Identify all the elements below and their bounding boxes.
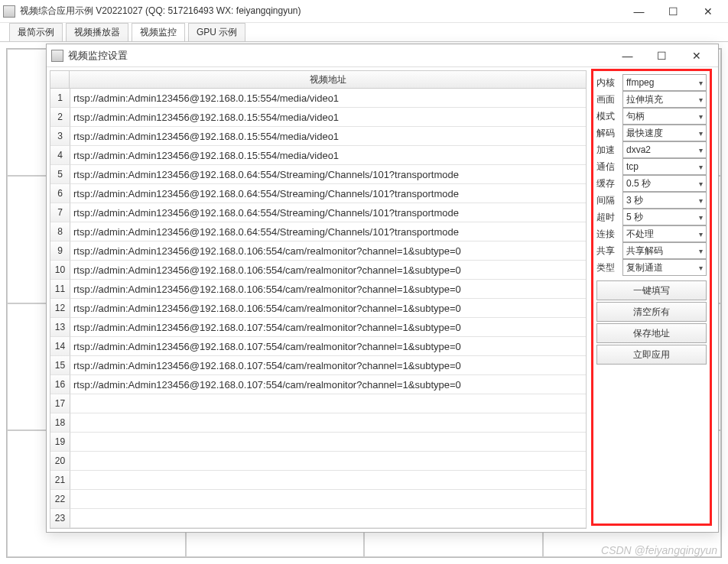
minimize-button[interactable]: — [622,1,656,22]
setting-combo-缓存[interactable]: 0.5 秒 [622,175,707,192]
table-row[interactable]: 22 [50,490,586,509]
url-cell[interactable]: rtsp://admin:Admin123456@192.168.0.64:55… [70,184,586,203]
table-row[interactable]: 1rtsp://admin:Admin123456@192.168.0.15:5… [50,89,586,108]
row-number[interactable]: 18 [50,413,70,433]
settings-dialog: 视频监控设置 — ☐ ✕ 视频地址 1rtsp://admin:Admin123… [46,44,719,533]
setting-combo-内核[interactable]: ffmpeg [622,74,707,91]
setting-combo-解码[interactable]: 最快速度 [622,125,707,141]
row-number[interactable]: 8 [50,222,70,241]
table-row[interactable]: 4rtsp://admin:Admin123456@192.168.0.15:5… [50,146,586,165]
table-row[interactable]: 10rtsp://admin:Admin123456@192.168.0.106… [50,261,586,280]
url-cell[interactable]: rtsp://admin:Admin123456@192.168.0.106:5… [70,241,586,261]
url-cell[interactable] [70,394,586,413]
table-row[interactable]: 17 [50,394,586,413]
url-cell[interactable] [70,509,586,528]
url-cell[interactable]: rtsp://admin:Admin123456@192.168.0.15:55… [70,108,586,127]
row-number[interactable]: 13 [50,318,70,337]
url-cell[interactable]: rtsp://admin:Admin123456@192.168.0.64:55… [70,222,586,241]
url-cell[interactable] [70,413,586,433]
url-cell[interactable]: rtsp://admin:Admin123456@192.168.0.15:55… [70,127,586,146]
table-row[interactable]: 21 [50,471,586,490]
tab-2[interactable]: 视频监控 [132,23,185,41]
tab-0[interactable]: 最简示例 [9,23,63,41]
table-row[interactable]: 9rtsp://admin:Admin123456@192.168.0.106:… [50,241,586,261]
setting-combo-通信[interactable]: tcp [622,158,707,175]
row-number[interactable]: 21 [50,471,70,490]
url-cell[interactable] [70,471,586,490]
table-row[interactable]: 7rtsp://admin:Admin123456@192.168.0.64:5… [50,203,586,222]
row-number[interactable]: 15 [50,356,70,375]
table-row[interactable]: 20 [50,452,586,471]
row-number[interactable]: 6 [50,184,70,203]
row-number[interactable]: 20 [50,452,70,471]
action-button-0[interactable]: 一键填写 [596,280,707,300]
url-cell[interactable]: rtsp://admin:Admin123456@192.168.0.15:55… [70,89,586,108]
row-number[interactable]: 7 [50,203,70,222]
row-number[interactable]: 4 [50,146,70,165]
table-row[interactable]: 11rtsp://admin:Admin123456@192.168.0.106… [50,280,586,299]
url-cell[interactable]: rtsp://admin:Admin123456@192.168.0.15:55… [70,146,586,165]
url-cell[interactable]: rtsp://admin:Admin123456@192.168.0.107:5… [70,318,586,337]
row-number[interactable]: 22 [50,490,70,509]
tab-1[interactable]: 视频播放器 [66,23,128,41]
row-number[interactable]: 5 [50,165,70,184]
tab-3[interactable]: GPU 示例 [188,23,245,41]
table-row[interactable]: 23 [50,509,586,528]
setting-row-2: 模式句柄 [596,108,707,125]
setting-combo-共享[interactable]: 共享解码 [622,242,707,259]
table-row[interactable]: 5rtsp://admin:Admin123456@192.168.0.64:5… [50,165,586,184]
url-cell[interactable] [70,433,586,452]
setting-combo-加速[interactable]: dxva2 [622,141,707,158]
url-cell[interactable]: rtsp://admin:Admin123456@192.168.0.64:55… [70,203,586,222]
url-cell[interactable]: rtsp://admin:Admin123456@192.168.0.64:55… [70,165,586,184]
url-cell[interactable]: rtsp://admin:Admin123456@192.168.0.107:5… [70,337,586,356]
row-number[interactable]: 16 [50,375,70,394]
table-row[interactable]: 13rtsp://admin:Admin123456@192.168.0.107… [50,318,586,337]
setting-combo-连接[interactable]: 不处理 [622,225,707,242]
setting-combo-模式[interactable]: 句柄 [622,108,707,125]
maximize-button[interactable]: ☐ [656,1,691,22]
row-number[interactable]: 17 [50,394,70,413]
action-button-3[interactable]: 立即应用 [596,345,707,365]
row-number[interactable]: 3 [50,127,70,146]
url-cell[interactable]: rtsp://admin:Admin123456@192.168.0.106:5… [70,261,586,280]
url-cell[interactable]: rtsp://admin:Admin123456@192.168.0.106:5… [70,299,586,318]
row-number[interactable]: 23 [50,509,70,528]
row-number[interactable]: 10 [50,261,70,280]
row-number[interactable]: 12 [50,299,70,318]
setting-combo-间隔[interactable]: 3 秒 [622,192,707,209]
url-cell[interactable] [70,490,586,509]
url-cell[interactable]: rtsp://admin:Admin123456@192.168.0.107:5… [70,375,586,394]
column-header-url[interactable]: 视频地址 [70,70,587,89]
dialog-maximize-button[interactable]: ☐ [645,45,679,66]
action-button-1[interactable]: 清空所有 [596,302,707,322]
table-row[interactable]: 18 [50,413,586,433]
row-number[interactable]: 11 [50,280,70,299]
setting-combo-类型[interactable]: 复制通道 [622,259,707,276]
close-button[interactable]: ✕ [691,1,725,22]
table-row[interactable]: 2rtsp://admin:Admin123456@192.168.0.15:5… [50,108,586,127]
row-number[interactable]: 2 [50,108,70,127]
row-number[interactable]: 14 [50,337,70,356]
row-number[interactable]: 9 [50,241,70,261]
table-row[interactable]: 15rtsp://admin:Admin123456@192.168.0.107… [50,356,586,375]
table-row[interactable]: 16rtsp://admin:Admin123456@192.168.0.107… [50,375,586,394]
setting-combo-超时[interactable]: 5 秒 [622,209,707,225]
setting-combo-画面[interactable]: 拉伸填充 [622,91,707,108]
setting-label: 加速 [596,144,619,157]
url-cell[interactable]: rtsp://admin:Admin123456@192.168.0.106:5… [70,280,586,299]
dialog-minimize-button[interactable]: — [610,45,645,66]
table-row[interactable]: 12rtsp://admin:Admin123456@192.168.0.106… [50,299,586,318]
table-row[interactable]: 6rtsp://admin:Admin123456@192.168.0.64:5… [50,184,586,203]
url-cell[interactable]: rtsp://admin:Admin123456@192.168.0.107:5… [70,356,586,375]
table-row[interactable]: 19 [50,433,586,452]
row-number[interactable]: 1 [50,89,70,108]
url-cell[interactable] [70,452,586,471]
row-number[interactable]: 19 [50,433,70,452]
url-table[interactable]: 视频地址 1rtsp://admin:Admin123456@192.168.0… [47,67,590,532]
table-row[interactable]: 14rtsp://admin:Admin123456@192.168.0.107… [50,337,586,356]
action-button-2[interactable]: 保存地址 [596,323,707,343]
table-row[interactable]: 8rtsp://admin:Admin123456@192.168.0.64:5… [50,222,586,241]
dialog-close-button[interactable]: ✕ [679,45,713,66]
table-row[interactable]: 3rtsp://admin:Admin123456@192.168.0.15:5… [50,127,586,146]
